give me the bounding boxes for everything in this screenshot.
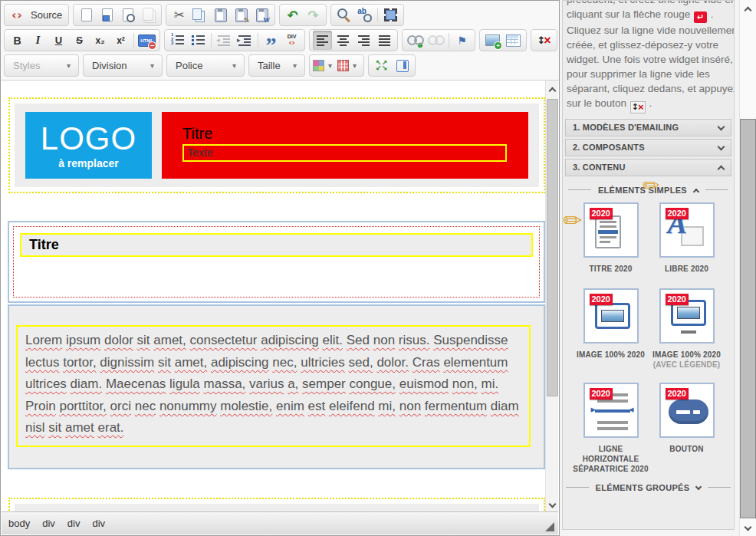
- table-button[interactable]: [504, 31, 523, 50]
- help-text-line: précédent, et créez une ligne vide en: [567, 1, 728, 7]
- widget-ligne-separatrice-2020[interactable]: 2020: [583, 383, 639, 438]
- band-text-field[interactable]: Texte: [182, 144, 507, 162]
- toolbar-separator: [133, 33, 134, 48]
- divider-line: [708, 487, 731, 488]
- header-red-band[interactable]: Titre Texte: [162, 112, 528, 179]
- paste-button[interactable]: [211, 5, 230, 25]
- widget-image-100-legende-2020[interactable]: 2020: [659, 288, 715, 344]
- widget-grid: 2020TITRE 20202020LIBRE 20202020IMAGE 10…: [563, 202, 734, 474]
- preview-button[interactable]: [118, 5, 137, 25]
- strikethrough-button[interactable]: [70, 31, 89, 50]
- align-justify-button[interactable]: [375, 31, 394, 50]
- new-page-button[interactable]: [77, 5, 96, 25]
- paste-word-button[interactable]: [252, 5, 271, 25]
- font-group: Police▾: [166, 54, 245, 77]
- styles-select[interactable]: Styles▾: [7, 56, 76, 75]
- superscript-button[interactable]: [111, 31, 130, 50]
- outdent-button[interactable]: [215, 31, 234, 50]
- italic-button[interactable]: [28, 31, 48, 50]
- path-item-body-0[interactable]: body: [8, 518, 30, 529]
- widget-bouton[interactable]: 2020: [659, 383, 715, 438]
- scroll-down-arrow[interactable]: [546, 498, 558, 511]
- next-widget-block[interactable]: [8, 498, 545, 514]
- show-blocks-button[interactable]: [393, 56, 412, 75]
- widget-titre-2020[interactable]: 2020: [583, 202, 639, 258]
- align-center-button[interactable]: [334, 31, 353, 50]
- image-button[interactable]: [483, 31, 502, 50]
- division-select[interactable]: Division▾: [86, 56, 159, 75]
- basicstyles-group: [4, 29, 160, 51]
- paragraph-widget-block[interactable]: Lorem ipsum dolor sit amet, consectetur …: [8, 304, 545, 469]
- editor-content-area[interactable]: LOGO à remplacer Titre Texte Titre: [2, 81, 547, 513]
- title-widget-inner: Titre: [13, 226, 540, 298]
- maximize-button[interactable]: [372, 56, 391, 75]
- print-button[interactable]: [139, 5, 158, 25]
- unlink-icon: [426, 31, 445, 50]
- cut-icon: [169, 5, 189, 25]
- title-widget-block[interactable]: Titre: [8, 221, 545, 303]
- widget-libre-2020[interactable]: 2020: [659, 202, 715, 258]
- remove-line-icon: [534, 31, 554, 50]
- styles-group: Styles▾: [4, 54, 79, 77]
- scroll-up-arrow[interactable]: [546, 82, 558, 96]
- text-color-button[interactable]: ▾: [313, 56, 336, 75]
- path-item-div-3[interactable]: div: [92, 518, 105, 529]
- subscript-button[interactable]: [90, 31, 110, 50]
- copy-button[interactable]: [190, 5, 209, 25]
- header-widget-block[interactable]: LOGO à remplacer Titre Texte: [8, 97, 545, 193]
- align-center-icon: [334, 31, 353, 50]
- preview-icon: [118, 5, 137, 25]
- path-item-div-1[interactable]: div: [42, 518, 55, 529]
- copy-icon: [190, 5, 209, 25]
- anchor-button[interactable]: [452, 31, 472, 50]
- element-path-bar: bodydivdivdiv: [2, 511, 558, 534]
- bulleted-list-button[interactable]: [189, 31, 208, 50]
- sidebar-scroll-up-arrow[interactable]: [740, 2, 756, 15]
- bg-color-button[interactable]: ▾: [337, 56, 360, 75]
- templates-button[interactable]: [97, 5, 117, 25]
- numbered-list-button[interactable]: [168, 31, 187, 50]
- sidebar-scroll-down-arrow[interactable]: [740, 521, 756, 534]
- section-elements-groupes[interactable]: ELÉMENTS GROUPÉS: [563, 483, 734, 492]
- logo-placeholder[interactable]: LOGO à remplacer: [25, 112, 152, 179]
- toolbar-separator: [449, 33, 449, 48]
- indent-button[interactable]: [235, 31, 255, 50]
- link-button[interactable]: [406, 31, 425, 50]
- bold-button[interactable]: [8, 31, 27, 50]
- div-container-button[interactable]: [282, 31, 301, 50]
- find-group: [330, 4, 404, 26]
- path-item-div-2[interactable]: div: [67, 518, 81, 529]
- replace-button[interactable]: [355, 5, 374, 25]
- resize-handle[interactable]: [545, 522, 554, 531]
- sidebar-scrollbar-thumb[interactable]: [740, 119, 756, 518]
- document-group: [73, 4, 162, 26]
- unlink-button[interactable]: [426, 31, 445, 50]
- source-group: Source: [4, 4, 69, 26]
- accordion-item-2[interactable]: 2. COMPOSANTS: [565, 139, 731, 156]
- align-right-icon: [354, 31, 373, 50]
- remove-line-button[interactable]: [534, 31, 554, 50]
- taille-select[interactable]: Taille▾: [251, 56, 302, 75]
- select-all-button[interactable]: [381, 5, 400, 25]
- blockquote-button[interactable]: [261, 31, 281, 50]
- paragraph-field[interactable]: Lorem ipsum dolor sit amet, consectetur …: [16, 325, 531, 447]
- underline-button[interactable]: [49, 31, 68, 50]
- accordion-item-1[interactable]: 1. MODÈLES D'EMAILING: [565, 119, 731, 136]
- redo-button[interactable]: [304, 5, 323, 25]
- remove-format-button[interactable]: [137, 31, 156, 50]
- undo-button[interactable]: [283, 5, 302, 25]
- cut-button[interactable]: [169, 5, 189, 25]
- editor-scrollbar-thumb[interactable]: [547, 99, 558, 396]
- indent-icon: [235, 31, 255, 50]
- subscript-icon: [90, 31, 110, 50]
- find-button[interactable]: [334, 5, 353, 25]
- accordion-label: 1. MODÈLES D'EMAILING: [573, 123, 679, 132]
- widget-image-100-2020[interactable]: 2020: [583, 288, 639, 344]
- align-right-button[interactable]: [354, 31, 373, 50]
- align-left-button[interactable]: [313, 31, 332, 50]
- title-field[interactable]: Titre: [20, 233, 533, 257]
- police-select[interactable]: Police▾: [169, 56, 242, 75]
- clipboard-group: [166, 4, 275, 26]
- source-button[interactable]: Source: [8, 5, 65, 25]
- paste-text-button[interactable]: [232, 5, 251, 25]
